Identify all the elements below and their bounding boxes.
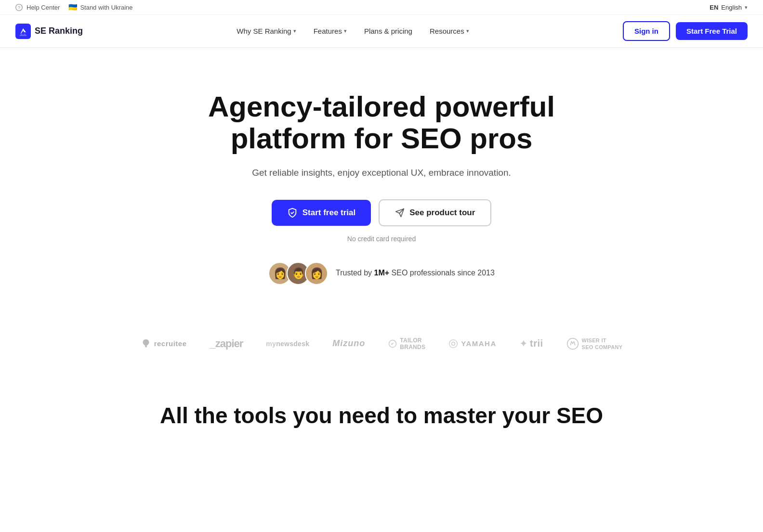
shield-check-icon xyxy=(287,208,298,218)
nav-resources[interactable]: Resources ▾ xyxy=(423,23,476,39)
chevron-down-icon: ▾ xyxy=(293,28,296,34)
logo-mynewsdesk: mynewsdesk xyxy=(266,340,309,348)
language-selector[interactable]: EN English ▾ xyxy=(710,4,748,11)
logos-bar: recruitee _zapier mynewsdesk Mizuno TAIL… xyxy=(0,314,763,374)
help-center-link[interactable]: ? Help Center xyxy=(15,4,60,11)
logo-trii: ✦ trii xyxy=(520,338,543,349)
tailor-brands-icon xyxy=(388,339,397,348)
logo-wiser-it: WISER ITSEO COMPANY xyxy=(566,337,623,351)
no-credit-card-note: No credit card required xyxy=(180,235,583,243)
trust-text: Trusted by 1M+ SEO professionals since 2… xyxy=(336,268,495,278)
trust-avatars: 👩 👨 👩 xyxy=(268,262,328,285)
ukraine-flag-icon: 🇺🇦 xyxy=(68,3,78,12)
logo-recruitee: recruitee xyxy=(141,338,187,349)
lang-label: English xyxy=(721,4,742,11)
navbar: SE Ranking Why SE Ranking ▾ Features ▾ P… xyxy=(0,15,763,48)
ukraine-label: Stand with Ukraine xyxy=(80,4,132,11)
wiser-it-icon xyxy=(566,337,579,350)
trust-section: 👩 👨 👩 Trusted by 1M+ SEO professionals s… xyxy=(213,262,550,285)
bottom-section: All the tools you need to master your SE… xyxy=(0,374,763,448)
chevron-down-icon: ▾ xyxy=(745,4,748,11)
bottom-title: All the tools you need to master your SE… xyxy=(15,402,748,429)
start-free-trial-button[interactable]: Start Free Trial xyxy=(676,22,748,40)
logo-zapier: _zapier xyxy=(210,337,243,350)
hero-title: Agency-tailored powerful platform for SE… xyxy=(180,91,583,155)
lang-code: EN xyxy=(710,4,718,11)
logo-yamaha: YAMAHA xyxy=(448,339,496,349)
hero-subtitle: Get reliable insights, enjoy exceptional… xyxy=(180,166,583,180)
logo-mizuno: Mizuno xyxy=(332,338,365,349)
hero-start-trial-button[interactable]: Start free trial xyxy=(272,200,371,226)
logo-tailor-brands: TAILORBRANDS xyxy=(388,337,425,351)
svg-rect-2 xyxy=(15,24,31,39)
help-center-label: Help Center xyxy=(26,4,60,11)
top-bar-left: ? Help Center 🇺🇦 Stand with Ukraine xyxy=(15,3,133,12)
nav-plans-pricing[interactable]: Plans & pricing xyxy=(357,23,419,39)
svg-text:?: ? xyxy=(18,5,20,10)
hero-buttons: Start free trial See product tour xyxy=(180,199,583,226)
ukraine-link[interactable]: 🇺🇦 Stand with Ukraine xyxy=(68,3,132,12)
sign-in-button[interactable]: Sign in xyxy=(623,21,670,41)
yamaha-icon xyxy=(448,339,458,349)
hero-section: Agency-tailored powerful platform for SE… xyxy=(165,48,598,314)
chevron-down-icon: ▾ xyxy=(466,28,469,34)
send-icon xyxy=(395,208,405,218)
svg-point-6 xyxy=(449,340,458,348)
nav-why-se-ranking[interactable]: Why SE Ranking ▾ xyxy=(230,23,303,39)
chevron-down-icon: ▾ xyxy=(344,28,347,34)
navbar-actions: Sign in Start Free Trial xyxy=(623,21,748,41)
se-ranking-logo-icon xyxy=(15,24,31,39)
hero-product-tour-button[interactable]: See product tour xyxy=(379,199,491,226)
logo-text: SE Ranking xyxy=(35,26,83,36)
svg-point-7 xyxy=(452,342,455,346)
main-nav: Why SE Ranking ▾ Features ▾ Plans & pric… xyxy=(230,23,475,39)
nav-features[interactable]: Features ▾ xyxy=(307,23,354,39)
recruitee-icon xyxy=(141,338,151,349)
trust-avatar-3: 👩 xyxy=(305,262,328,285)
logo-link[interactable]: SE Ranking xyxy=(15,24,83,39)
top-bar: ? Help Center 🇺🇦 Stand with Ukraine EN E… xyxy=(0,0,763,15)
